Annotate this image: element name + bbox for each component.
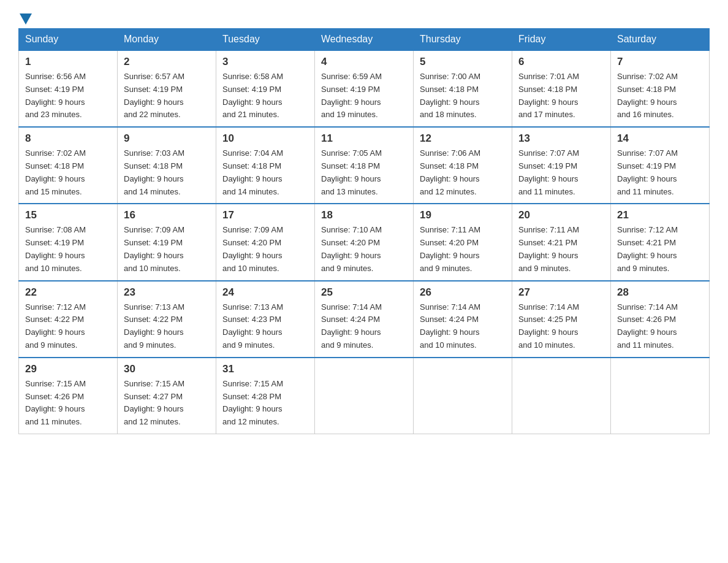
- day-number: 27: [518, 286, 604, 299]
- day-info: Sunrise: 7:11 AMSunset: 4:20 PMDaylight:…: [420, 224, 506, 275]
- day-number: 25: [321, 286, 407, 299]
- day-info: Sunrise: 7:03 AMSunset: 4:18 PMDaylight:…: [124, 147, 210, 198]
- day-info: Sunrise: 7:01 AMSunset: 4:18 PMDaylight:…: [518, 71, 604, 121]
- day-header-saturday: Saturday: [611, 29, 710, 51]
- day-info: Sunrise: 7:14 AMSunset: 4:26 PMDaylight:…: [617, 301, 703, 352]
- calendar-cell: 2Sunrise: 6:57 AMSunset: 4:19 PMDaylight…: [118, 50, 216, 127]
- calendar-week-row: 15Sunrise: 7:08 AMSunset: 4:19 PMDayligh…: [19, 204, 710, 280]
- day-info: Sunrise: 7:10 AMSunset: 4:20 PMDaylight:…: [321, 224, 407, 275]
- calendar-cell: [611, 358, 710, 434]
- calendar-cell: 31Sunrise: 7:15 AMSunset: 4:28 PMDayligh…: [216, 358, 315, 434]
- day-number: 9: [124, 132, 210, 145]
- calendar-cell: 4Sunrise: 6:59 AMSunset: 4:19 PMDaylight…: [315, 50, 414, 127]
- day-number: 20: [518, 209, 604, 221]
- day-info: Sunrise: 7:15 AMSunset: 4:26 PMDaylight:…: [25, 378, 111, 429]
- calendar-cell: 8Sunrise: 7:02 AMSunset: 4:18 PMDaylight…: [19, 127, 118, 204]
- day-number: 21: [617, 209, 703, 221]
- day-info: Sunrise: 6:57 AMSunset: 4:19 PMDaylight:…: [124, 71, 210, 121]
- calendar-cell: 7Sunrise: 7:02 AMSunset: 4:18 PMDaylight…: [611, 50, 710, 127]
- day-header-tuesday: Tuesday: [216, 29, 315, 51]
- day-number: 7: [617, 56, 703, 68]
- day-info: Sunrise: 6:58 AMSunset: 4:19 PMDaylight:…: [222, 71, 308, 121]
- day-info: Sunrise: 7:07 AMSunset: 4:19 PMDaylight:…: [617, 147, 703, 198]
- day-number: 30: [124, 363, 210, 375]
- day-number: 24: [222, 286, 308, 299]
- day-number: 2: [124, 56, 210, 68]
- day-number: 5: [420, 56, 506, 68]
- day-info: Sunrise: 7:14 AMSunset: 4:24 PMDaylight:…: [420, 301, 506, 352]
- day-number: 31: [222, 363, 308, 375]
- calendar-week-row: 8Sunrise: 7:02 AMSunset: 4:18 PMDaylight…: [19, 127, 710, 204]
- day-number: 10: [222, 132, 308, 145]
- calendar-cell: 27Sunrise: 7:14 AMSunset: 4:25 PMDayligh…: [512, 281, 611, 358]
- calendar-week-row: 29Sunrise: 7:15 AMSunset: 4:26 PMDayligh…: [19, 358, 710, 434]
- day-info: Sunrise: 7:14 AMSunset: 4:24 PMDaylight:…: [321, 301, 407, 352]
- day-info: Sunrise: 7:00 AMSunset: 4:18 PMDaylight:…: [420, 71, 506, 121]
- svg-marker-0: [20, 13, 32, 25]
- calendar-cell: 22Sunrise: 7:12 AMSunset: 4:22 PMDayligh…: [19, 281, 118, 358]
- calendar-cell: 15Sunrise: 7:08 AMSunset: 4:19 PMDayligh…: [19, 204, 118, 280]
- day-number: 28: [617, 286, 703, 299]
- calendar-cell: 24Sunrise: 7:13 AMSunset: 4:23 PMDayligh…: [216, 281, 315, 358]
- logo-triangle-icon: [20, 13, 32, 25]
- calendar-cell: 1Sunrise: 6:56 AMSunset: 4:19 PMDaylight…: [19, 50, 118, 127]
- calendar-cell: 12Sunrise: 7:06 AMSunset: 4:18 PMDayligh…: [414, 127, 512, 204]
- day-info: Sunrise: 7:13 AMSunset: 4:22 PMDaylight:…: [124, 301, 210, 352]
- day-number: 11: [321, 132, 407, 145]
- day-info: Sunrise: 7:08 AMSunset: 4:19 PMDaylight:…: [25, 224, 111, 275]
- day-info: Sunrise: 7:02 AMSunset: 4:18 PMDaylight:…: [25, 147, 111, 198]
- day-number: 6: [518, 56, 604, 68]
- calendar-cell: 10Sunrise: 7:04 AMSunset: 4:18 PMDayligh…: [216, 127, 315, 204]
- day-header-monday: Monday: [118, 29, 216, 51]
- calendar-cell: [512, 358, 611, 434]
- calendar-week-row: 1Sunrise: 6:56 AMSunset: 4:19 PMDaylight…: [19, 50, 710, 127]
- day-number: 15: [25, 209, 111, 221]
- day-info: Sunrise: 7:11 AMSunset: 4:21 PMDaylight:…: [518, 224, 604, 275]
- day-number: 13: [518, 132, 604, 145]
- day-number: 26: [420, 286, 506, 299]
- calendar-table: SundayMondayTuesdayWednesdayThursdayFrid…: [18, 28, 710, 434]
- calendar-cell: 25Sunrise: 7:14 AMSunset: 4:24 PMDayligh…: [315, 281, 414, 358]
- day-info: Sunrise: 7:02 AMSunset: 4:18 PMDaylight:…: [617, 71, 703, 121]
- calendar-week-row: 22Sunrise: 7:12 AMSunset: 4:22 PMDayligh…: [19, 281, 710, 358]
- day-number: 14: [617, 132, 703, 145]
- day-info: Sunrise: 7:09 AMSunset: 4:20 PMDaylight:…: [222, 224, 308, 275]
- day-number: 16: [124, 209, 210, 221]
- calendar-cell: 28Sunrise: 7:14 AMSunset: 4:26 PMDayligh…: [611, 281, 710, 358]
- calendar-cell: 21Sunrise: 7:12 AMSunset: 4:21 PMDayligh…: [611, 204, 710, 280]
- day-number: 23: [124, 286, 210, 299]
- day-info: Sunrise: 6:56 AMSunset: 4:19 PMDaylight:…: [25, 71, 111, 121]
- calendar-cell: 20Sunrise: 7:11 AMSunset: 4:21 PMDayligh…: [512, 204, 611, 280]
- calendar-cell: 6Sunrise: 7:01 AMSunset: 4:18 PMDaylight…: [512, 50, 611, 127]
- calendar-cell: 5Sunrise: 7:00 AMSunset: 4:18 PMDaylight…: [414, 50, 512, 127]
- calendar-cell: 11Sunrise: 7:05 AMSunset: 4:18 PMDayligh…: [315, 127, 414, 204]
- day-info: Sunrise: 7:12 AMSunset: 4:22 PMDaylight:…: [25, 301, 111, 352]
- day-number: 4: [321, 56, 407, 68]
- calendar-header-row: SundayMondayTuesdayWednesdayThursdayFrid…: [19, 29, 710, 51]
- day-header-sunday: Sunday: [19, 29, 118, 51]
- calendar-cell: 13Sunrise: 7:07 AMSunset: 4:19 PMDayligh…: [512, 127, 611, 204]
- day-header-wednesday: Wednesday: [315, 29, 414, 51]
- day-number: 3: [222, 56, 308, 68]
- day-info: Sunrise: 7:07 AMSunset: 4:19 PMDaylight:…: [518, 147, 604, 198]
- calendar-cell: 14Sunrise: 7:07 AMSunset: 4:19 PMDayligh…: [611, 127, 710, 204]
- logo: [18, 12, 32, 22]
- day-number: 1: [25, 56, 111, 68]
- calendar-cell: 26Sunrise: 7:14 AMSunset: 4:24 PMDayligh…: [414, 281, 512, 358]
- day-number: 19: [420, 209, 506, 221]
- calendar-cell: 17Sunrise: 7:09 AMSunset: 4:20 PMDayligh…: [216, 204, 315, 280]
- day-info: Sunrise: 7:13 AMSunset: 4:23 PMDaylight:…: [222, 301, 308, 352]
- day-info: Sunrise: 7:12 AMSunset: 4:21 PMDaylight:…: [617, 224, 703, 275]
- day-info: Sunrise: 7:14 AMSunset: 4:25 PMDaylight:…: [518, 301, 604, 352]
- calendar-cell: 23Sunrise: 7:13 AMSunset: 4:22 PMDayligh…: [118, 281, 216, 358]
- day-number: 17: [222, 209, 308, 221]
- day-header-thursday: Thursday: [414, 29, 512, 51]
- calendar-cell: 9Sunrise: 7:03 AMSunset: 4:18 PMDaylight…: [118, 127, 216, 204]
- day-info: Sunrise: 7:15 AMSunset: 4:27 PMDaylight:…: [124, 378, 210, 429]
- calendar-cell: [414, 358, 512, 434]
- calendar-cell: 29Sunrise: 7:15 AMSunset: 4:26 PMDayligh…: [19, 358, 118, 434]
- calendar-cell: 19Sunrise: 7:11 AMSunset: 4:20 PMDayligh…: [414, 204, 512, 280]
- calendar-cell: 30Sunrise: 7:15 AMSunset: 4:27 PMDayligh…: [118, 358, 216, 434]
- calendar-cell: 16Sunrise: 7:09 AMSunset: 4:19 PMDayligh…: [118, 204, 216, 280]
- day-header-friday: Friday: [512, 29, 611, 51]
